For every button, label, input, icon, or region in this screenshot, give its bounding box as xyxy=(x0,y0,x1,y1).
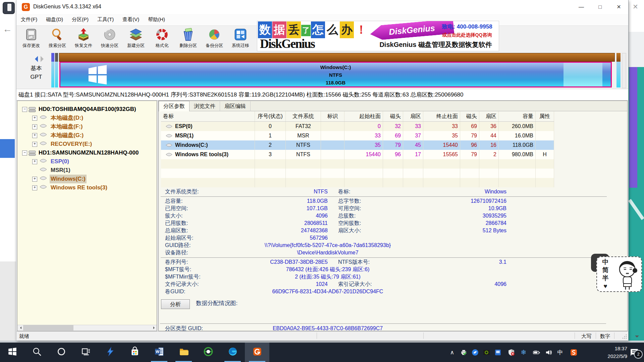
menu-item[interactable]: 磁盘(D) xyxy=(42,14,67,25)
tray-snowflake-icon[interactable]: ❄ xyxy=(518,343,529,362)
sidebar-item-windows-c-[interactable]: +Windows(C:) xyxy=(17,175,157,183)
tree-horizontal-scrollbar[interactable] xyxy=(17,325,157,331)
column-header[interactable]: 终止柱面 xyxy=(423,111,460,121)
tray-intel-graphics-icon[interactable] xyxy=(492,343,503,362)
system-migration-button[interactable]: 系统迁移 xyxy=(228,27,253,51)
sidebar-item--g-[interactable]: +本地磁盘(G:) xyxy=(17,131,157,140)
taskbar-cortana-button[interactable] xyxy=(49,343,73,362)
delete-partition-button[interactable]: 删除分区 xyxy=(175,27,201,51)
collapse-icon[interactable]: − xyxy=(22,150,27,156)
tray-nvidia-icon[interactable] xyxy=(481,343,492,362)
taskbar-edge-button[interactable] xyxy=(220,343,245,362)
expand-icon[interactable]: + xyxy=(32,142,37,147)
column-header[interactable]: 起始柱面 xyxy=(344,111,383,121)
quick-partition-button[interactable]: 快速分区 xyxy=(97,27,122,51)
sidebar-item-msr-1-[interactable]: MSR(1) xyxy=(17,166,157,175)
expand-icon[interactable]: + xyxy=(32,159,37,164)
column-header[interactable]: 容量 xyxy=(499,111,536,121)
scroll-left-icon[interactable] xyxy=(17,325,23,330)
minimize-button[interactable]: — xyxy=(572,0,591,14)
taskbar-start-button[interactable] xyxy=(0,343,24,362)
table-row-windows-c-[interactable]: Windows(C:)2NTFS357945154409616118.0GB xyxy=(161,140,554,150)
table-row-esp-0-[interactable]: ESP(0)0FAT3203233336936260.0MB xyxy=(161,122,554,131)
tab-浏览文件[interactable]: 浏览文件 xyxy=(190,101,220,111)
tray-volume-icon[interactable] xyxy=(543,343,554,362)
sidebar-item--f-[interactable]: +本地磁盘(F:) xyxy=(17,122,157,131)
table-row-windows-re-tools-3-[interactable]: Windows RE tools(3)3NTFS1544096171556579… xyxy=(161,150,554,159)
recover-files-button[interactable]: 恢复文件 xyxy=(71,27,96,51)
ime-status-widget[interactable]: 中 简 半 ♥ xyxy=(596,256,642,292)
column-header[interactable]: 序号(状态) xyxy=(255,111,286,121)
taskbar-diskgenius-button[interactable] xyxy=(245,343,269,362)
table-row-msr-1-[interactable]: MSR(1)1MSR33693735794416.0MB xyxy=(161,131,554,140)
disk-type-label: 基本 GPT xyxy=(23,64,49,81)
sidebar-item-esp-0-[interactable]: +ESP(0) xyxy=(17,157,157,166)
taskbar-store-button[interactable] xyxy=(122,343,147,362)
ad-banner[interactable]: 数据丢了怎么办！ DiskGenius 致电: 400-008-9958 或点击… xyxy=(257,21,499,51)
column-header[interactable]: 文件系统 xyxy=(286,111,321,121)
sidebar-item-hd0-toshibamq04abf100-932gb-[interactable]: −HD0:TOSHIBAMQ04ABF100(932GB) xyxy=(17,105,157,114)
tray-ime-lang-icon[interactable]: 中 xyxy=(555,343,566,362)
menu-item[interactable]: 帮助(H) xyxy=(144,14,169,25)
notification-badge[interactable]: 2 xyxy=(634,350,643,359)
sidebar-item--d-[interactable]: +本地磁盘(D:) xyxy=(17,114,157,122)
save-button[interactable]: 保存更改 xyxy=(18,27,44,51)
resize-grip[interactable] xyxy=(622,334,627,339)
partition-sliver-re-tools[interactable] xyxy=(616,53,621,87)
nav-left-icon[interactable] xyxy=(32,56,38,62)
taskbar-browser-360-button[interactable] xyxy=(196,343,220,362)
partition-sliver-msr[interactable] xyxy=(55,53,58,87)
taskbar-flash-button[interactable] xyxy=(98,343,122,362)
backup-partition-button[interactable]: 备份分区 xyxy=(202,27,227,51)
collapse-icon[interactable]: − xyxy=(22,107,27,112)
partition-sliver-esp[interactable] xyxy=(51,53,54,87)
scroll-thumb[interactable] xyxy=(23,325,73,330)
disk-header-band[interactable] xyxy=(59,53,615,62)
expand-icon[interactable]: + xyxy=(32,116,37,121)
format-button[interactable]: 格式化 xyxy=(149,27,175,51)
sidebar-item-recovery-e-[interactable]: +RECOVERY(E:) xyxy=(17,140,157,148)
menu-item[interactable]: 工具(T) xyxy=(93,14,118,25)
analyze-button[interactable]: 分析 xyxy=(161,299,190,309)
tray-hidden-icons-icon[interactable]: ∧ xyxy=(447,343,458,362)
scroll-right-icon[interactable] xyxy=(151,325,157,330)
taskbar-file-explorer-button[interactable] xyxy=(171,343,196,362)
menu-item[interactable]: 文件(F) xyxy=(16,14,42,25)
menu-item[interactable]: 查看(V) xyxy=(118,14,144,25)
sidebar-item-windows-re-tools-3-[interactable]: +Windows RE tools(3) xyxy=(17,183,157,192)
taskbar-task-view-button[interactable] xyxy=(73,343,98,362)
tray-sogou-icon[interactable] xyxy=(568,343,579,362)
tray-bird-app-icon[interactable] xyxy=(470,343,480,362)
close-button[interactable]: ✕ xyxy=(609,0,628,14)
expand-icon[interactable]: + xyxy=(32,177,37,182)
column-header[interactable]: 卷标 xyxy=(161,111,255,121)
column-header[interactable]: 磁头 xyxy=(460,111,479,121)
tray-defender-icon[interactable] xyxy=(506,343,517,362)
expand-icon[interactable]: + xyxy=(32,185,37,190)
column-header[interactable]: 扇区 xyxy=(479,111,499,121)
sidebar-item-hd1-samsungmznln128hahq-000[interactable]: −HD1:SAMSUNGMZNLN128HAHQ-000 xyxy=(17,148,157,157)
new-partition-button[interactable]: 新建分区 xyxy=(123,27,149,51)
tab-分区参数[interactable]: 分区参数 xyxy=(159,101,190,112)
taskbar-search-button[interactable] xyxy=(24,343,49,362)
menu-item[interactable]: 分区(P) xyxy=(67,14,93,25)
tray-printer-icon[interactable] xyxy=(458,343,469,362)
maximize-button[interactable]: □ xyxy=(591,0,609,14)
tab-扇区编辑[interactable]: 扇区编辑 xyxy=(220,101,251,111)
detail-label: 扇区大小: xyxy=(338,227,405,234)
column-header[interactable]: 属性 xyxy=(536,111,554,121)
taskbar-clock[interactable]: 18:37 2022/5/9 xyxy=(588,345,627,360)
ad-qq-link[interactable]: 或点击此处选择QQ咨询 xyxy=(436,32,498,38)
column-header[interactable]: 扇区 xyxy=(403,111,423,121)
column-header[interactable]: 标识 xyxy=(321,111,344,121)
expand-icon[interactable]: + xyxy=(32,133,37,138)
column-header[interactable]: 磁头 xyxy=(383,111,403,121)
taskbar-word-button[interactable]: W xyxy=(147,343,171,362)
search-partition-button[interactable]: 搜索分区 xyxy=(45,27,70,51)
nav-right-icon[interactable] xyxy=(41,56,47,62)
table-cell xyxy=(321,131,344,140)
partition-block-windows-c[interactable]: Windows(C:) NTFS 118.0GB xyxy=(59,62,612,87)
diskbar-scroll-strip[interactable] xyxy=(622,53,626,88)
expand-icon[interactable]: + xyxy=(32,124,37,129)
tray-battery-icon[interactable] xyxy=(531,343,542,362)
